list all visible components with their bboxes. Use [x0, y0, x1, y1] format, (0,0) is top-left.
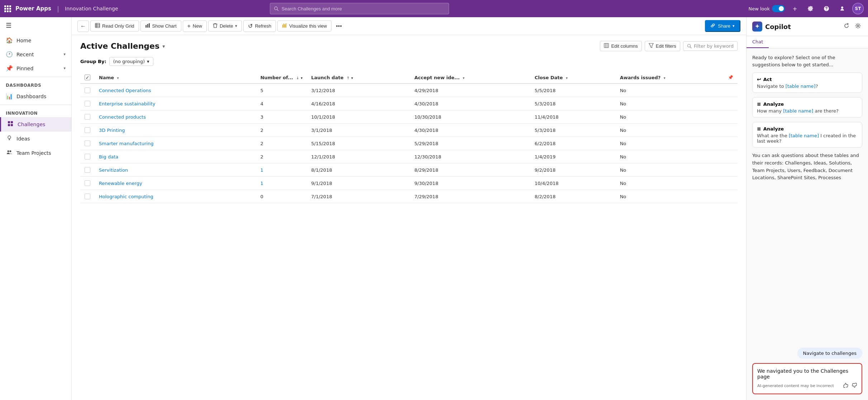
row-name[interactable]: Enterprise sustainability [95, 97, 256, 110]
back-button[interactable]: ← [77, 20, 89, 32]
row-checkbox[interactable] [85, 180, 90, 186]
row-name[interactable]: Connected Operations [95, 84, 256, 97]
copilot-refresh-button[interactable] [842, 22, 851, 32]
svg-rect-19 [283, 24, 284, 28]
more-button[interactable]: ••• [333, 21, 345, 32]
search-input[interactable] [282, 6, 445, 11]
row-checkbox-cell[interactable] [80, 124, 95, 137]
select-all-checkbox[interactable]: ✓ [85, 75, 90, 80]
view-title-chevron-icon[interactable]: ▾ [162, 43, 165, 49]
row-checkbox-cell[interactable] [80, 137, 95, 150]
row-checkbox[interactable] [85, 101, 90, 106]
add-button[interactable]: + [789, 3, 801, 14]
thumbs-up-button[interactable] [843, 382, 849, 389]
profile-button[interactable] [836, 3, 848, 14]
row-launch-date: 7/1/2018 [307, 190, 410, 203]
sidebar-item-dashboards[interactable]: 📊 Dashboards [0, 89, 71, 103]
row-name[interactable]: 3D Printing [95, 124, 256, 137]
sidebar-item-team-projects-label: Team Projects [16, 150, 51, 156]
edit-filters-button[interactable]: Edit filters [645, 41, 680, 51]
row-checkbox[interactable] [85, 127, 90, 133]
delete-button[interactable]: Delete ▾ [208, 20, 242, 32]
share-button[interactable]: Share ▾ [705, 20, 740, 32]
settings-button[interactable] [805, 3, 816, 14]
profile-icon [839, 6, 845, 11]
row-name[interactable]: Holographic computing [95, 190, 256, 203]
read-only-grid-button[interactable]: Read Only Grid [90, 20, 139, 32]
sidebar-toggle[interactable]: ☰ [0, 17, 71, 33]
col-header-number[interactable]: Number of... ↓ ▾ [256, 72, 307, 84]
col-header-name[interactable]: Name ▾ [95, 72, 256, 84]
row-checkbox[interactable] [85, 154, 90, 159]
row-checkbox-cell[interactable] [80, 177, 95, 190]
visualize-button[interactable]: Visualize this view [277, 20, 332, 32]
copilot-suggestion-act[interactable]: ↩ Act Navigate to [table name]? [752, 72, 862, 93]
col-header-awards[interactable]: Awards issued? ▾ 📌 [616, 72, 738, 84]
thumbs-down-button[interactable] [852, 382, 857, 389]
row-name[interactable]: Smarter manufacturing [95, 137, 256, 150]
filter-funnel-icon [649, 43, 654, 48]
apps-grid-icon[interactable] [4, 5, 11, 12]
sidebar-item-home[interactable]: 🏠 Home [0, 33, 71, 47]
copilot-title: Copilot [752, 22, 791, 32]
col-header-launch[interactable]: Launch date ↑ ▾ [307, 72, 410, 84]
row-checkbox[interactable] [85, 114, 90, 120]
row-number[interactable]: 1 [256, 163, 307, 177]
row-name[interactable]: Renewable energy [95, 177, 256, 190]
sidebar-item-ideas[interactable]: Ideas [0, 132, 71, 146]
innovation-section: Innovation [0, 106, 71, 117]
pin-icon[interactable]: 📌 [728, 75, 733, 80]
copilot-suggestion-analyze2[interactable]: ≡ Analyze What are the [table name] I cr… [752, 122, 862, 148]
col-header-close[interactable]: Close Date ▾ [530, 72, 616, 84]
avatar[interactable]: ST [852, 3, 864, 14]
row-close-date: 8/2/2018 [530, 190, 616, 203]
sidebar: ☰ 🏠 Home 🕐 Recent ▾ 📌 Pinned ▾ Dashboard… [0, 17, 72, 400]
keyword-filter[interactable]: Filter by keyword [683, 41, 738, 51]
analyze1-link[interactable]: [table name] [783, 108, 813, 114]
copilot-tab-chat[interactable]: Chat [747, 36, 769, 48]
act-text: Navigate to [table name]? [757, 84, 858, 89]
row-name[interactable]: Servitization [95, 163, 256, 177]
copilot-suggestion-analyze1[interactable]: ≡ Analyze How many [table name] are ther… [752, 97, 862, 118]
row-checkbox-cell[interactable] [80, 163, 95, 177]
row-checkbox-cell[interactable] [80, 190, 95, 203]
sidebar-item-team-projects[interactable]: Team Projects [0, 146, 71, 160]
row-checkbox[interactable] [85, 141, 90, 146]
sidebar-item-pinned[interactable]: 📌 Pinned ▾ [0, 61, 71, 75]
delete-dropdown-icon[interactable]: ▾ [235, 24, 237, 28]
row-checkbox-cell[interactable] [80, 84, 95, 97]
row-name[interactable]: Connected products [95, 110, 256, 124]
view-actions: Edit columns Edit filters [600, 41, 738, 51]
sidebar-divider-2 [0, 105, 71, 105]
refresh-button[interactable]: ↺ Refresh [243, 20, 276, 32]
row-checkbox[interactable] [85, 87, 90, 93]
act-link[interactable]: [table name] [786, 84, 816, 89]
row-checkbox-cell[interactable] [80, 110, 95, 124]
share-dropdown-icon[interactable]: ▾ [733, 24, 735, 28]
row-number[interactable]: 1 [256, 177, 307, 190]
row-awards: No [616, 124, 738, 137]
help-button[interactable] [821, 3, 832, 14]
analyze2-link[interactable]: [table name] [789, 133, 819, 138]
copilot-tabs: Chat [747, 36, 868, 48]
row-checkbox[interactable] [85, 194, 90, 199]
row-close-date: 6/2/2018 [530, 137, 616, 150]
row-launch-date: 9/1/2018 [307, 177, 410, 190]
show-chart-button[interactable]: Show Chart [140, 20, 181, 32]
copilot-settings-button[interactable] [854, 22, 862, 32]
row-accept-new: 4/30/2018 [410, 124, 530, 137]
select-all-header[interactable]: ✓ [80, 72, 95, 84]
col-header-accept[interactable]: Accept new ide... ▾ [410, 72, 530, 84]
row-name[interactable]: Big data [95, 150, 256, 163]
global-search[interactable] [270, 3, 449, 14]
row-checkbox[interactable] [85, 167, 90, 173]
new-button[interactable]: + New [183, 20, 207, 32]
groupby-select[interactable]: (no grouping) ▾ [109, 57, 153, 66]
row-checkbox-cell[interactable] [80, 150, 95, 163]
row-checkbox-cell[interactable] [80, 97, 95, 110]
pinned-icon: 📌 [6, 65, 13, 72]
edit-columns-button[interactable]: Edit columns [600, 41, 642, 51]
sidebar-item-challenges[interactable]: Challenges [0, 117, 71, 132]
sidebar-item-recent[interactable]: 🕐 Recent ▾ [0, 47, 71, 61]
new-look-switch[interactable] [772, 5, 785, 12]
